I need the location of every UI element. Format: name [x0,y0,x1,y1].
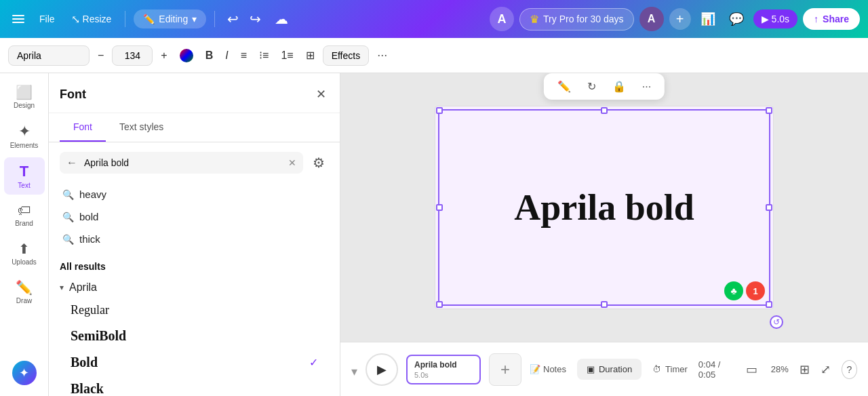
sidebar-item-uploads[interactable]: ⬆ Uploads [4,235,45,271]
handle-middle-right[interactable] [766,204,772,211]
undo-button[interactable]: ↩ [223,7,243,31]
suggestion-text-heavy: heavy [79,189,106,200]
bold-button[interactable]: B [201,45,218,66]
zoom-label: 28% [771,364,789,374]
hamburger-button[interactable] [8,11,28,27]
help-button[interactable]: ? [842,360,857,379]
comments-button[interactable]: 💬 [725,7,748,31]
font-tabs: Font Text styles [49,113,340,142]
sidebar-item-draw[interactable]: ✏️ Draw [4,274,45,310]
font-family-header[interactable]: ▾ Aprila [60,277,329,298]
rotate-handle[interactable]: ↺ [770,315,783,329]
handle-top-left[interactable] [436,107,443,114]
handle-bottom-right[interactable] [766,301,772,308]
sidebar-item-text[interactable]: T Text [4,157,45,195]
suggestion-heavy[interactable]: 🔍 heavy [60,183,329,205]
avatar-button[interactable]: A [639,7,664,31]
sidebar-item-elements[interactable]: ✦ Elements [4,117,45,155]
notes-button[interactable]: 📝 Notes [530,364,566,374]
elements-icon: ✦ [18,123,31,140]
text-element[interactable]: Aprila bold [514,186,694,229]
try-pro-button[interactable]: ♛ Try Pro for 30 days [519,8,634,31]
bullet-list-button[interactable]: ⁝≡ [255,45,273,66]
search-wrapper: ← ✕ [60,152,303,174]
file-button[interactable]: File [34,9,60,28]
view-mode-button[interactable]: ▭ [743,359,760,380]
fullscreen-button[interactable]: ⤢ [821,362,831,377]
duration-button[interactable]: ▣ Duration [577,359,642,380]
pencil-icon: ✏️ [143,14,155,24]
effects-button[interactable]: Effects [323,45,370,66]
canvas-rotate-button[interactable]: ↻ [582,77,601,96]
family-name-aprila: Aprila [69,281,97,294]
handle-bottom-left[interactable] [436,301,443,308]
elements-label: Elements [10,142,39,149]
magic-star-icon: ✦ [19,365,29,380]
color-picker-button[interactable] [176,45,197,66]
add-button[interactable]: + [669,8,691,30]
close-panel-button[interactable]: ✕ [313,84,329,104]
slide-name: Aprila bold [414,360,473,370]
italic-button[interactable]: I [221,45,232,66]
font-name-display: Aprila [17,50,41,61]
canvas-slide[interactable]: Aprila bold ↺ ♣ 1 [435,106,774,309]
timer-label-bottom: Timer [665,364,688,374]
timer-button-bottom[interactable]: ⏱ Timer [652,364,688,374]
canva-magic-button[interactable]: ✦ [12,361,37,385]
align-left-button[interactable]: ≡ [237,45,251,66]
variant-preview-regular: Regular [71,303,109,317]
canvas-lock-button[interactable]: 🔒 [607,77,631,96]
variant-regular[interactable]: Regular [60,298,329,323]
font-search-input[interactable] [81,152,288,174]
draw-icon: ✏️ [16,279,33,296]
add-slide-button[interactable]: + [489,353,521,386]
try-pro-label: Try Pro for 30 days [543,14,624,24]
redo-button[interactable]: ↪ [245,7,265,31]
filter-button[interactable]: ⚙ [309,151,329,175]
sidebar-item-design[interactable]: ⬜ Design [4,79,45,115]
suggestion-thick[interactable]: 🔍 thick [60,228,329,250]
magic-button[interactable]: ☁ [271,7,292,31]
handle-bottom-middle[interactable] [601,301,608,308]
share-button[interactable]: ↑ Share [803,8,860,30]
clear-search-button[interactable]: ✕ [288,157,296,168]
slide-thumbnail[interactable]: Aprila bold 5.0s [406,355,481,384]
grid-view-button[interactable]: ⊞ [800,362,810,377]
handle-top-right[interactable] [766,107,772,114]
font-selector[interactable]: Aprila [8,45,90,66]
canvas-edit-button[interactable]: ✏️ [552,77,576,96]
editing-button[interactable]: ✏️ Editing ▾ [134,9,206,28]
more-options-button[interactable]: ··· [373,44,391,66]
sidebar-item-brand[interactable]: 🏷 Brand [4,197,45,233]
back-arrow-button[interactable]: ← [66,157,77,169]
decrease-font-button[interactable]: − [94,45,108,66]
suggestion-bold[interactable]: 🔍 bold [60,205,329,228]
resize-button[interactable]: ⤡ Resize [66,9,117,30]
top-toolbar: File ⤡ Resize ✏️ Editing ▾ ↩ ↪ ☁ A ♛ Try… [0,0,868,38]
canvas-more-button[interactable]: ··· [637,78,656,96]
tab-font[interactable]: Font [60,113,106,142]
handle-top-middle[interactable] [601,107,608,114]
font-a-button[interactable]: A [490,7,514,31]
increase-font-button[interactable]: + [157,45,171,66]
notes-label: Notes [543,364,566,374]
handle-middle-left[interactable] [436,204,443,211]
draw-label: Draw [16,297,32,304]
font-size-display: 134 [125,50,140,61]
bottom-bar: ▾ ▶ Aprila bold 5.0s + 📝 Notes ▣ Duratio… [340,342,868,396]
timer-button[interactable]: ▶ 5.0s [753,9,797,28]
uploads-label: Uploads [12,258,37,266]
variant-semibold[interactable]: SemiBold [60,323,329,349]
analytics-button[interactable]: 📊 [696,7,719,31]
search-icon-thick: 🔍 [62,234,74,245]
variant-black[interactable]: Black [60,376,329,396]
brand-icon: 🏷 [18,203,31,218]
font-size-input[interactable]: 134 [112,45,153,66]
tab-text-styles[interactable]: Text styles [106,113,177,142]
numbered-list-button[interactable]: 1≡ [277,45,297,66]
canvas-floating-toolbar: ✏️ ↻ 🔒 ··· [544,73,665,100]
hamburger-icon [12,15,24,23]
variant-bold[interactable]: Bold ✓ [60,349,329,376]
grid-button[interactable]: ⊞ [302,45,319,66]
play-button[interactable]: ▶ [366,353,398,386]
